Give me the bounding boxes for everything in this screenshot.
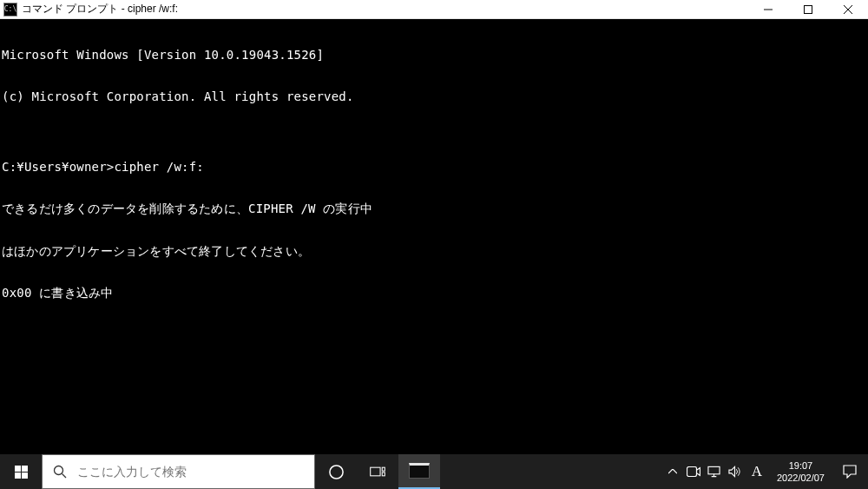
terminal-prompt-line: C:¥Users¥owner>cipher /w:f: — [2, 160, 866, 174]
cmd-app-icon — [409, 463, 430, 479]
terminal-line: はほかのアプリケーションをすべて終了してください。 — [2, 244, 866, 258]
minimize-icon — [764, 5, 773, 14]
svg-rect-7 — [708, 466, 720, 473]
tray-overflow-button[interactable] — [662, 454, 683, 489]
terminal-line: 0x00 に書き込み中 — [2, 286, 866, 300]
svg-rect-3 — [371, 467, 380, 476]
taskbar: A 19:07 2022/02/07 — [0, 454, 868, 489]
task-view-button[interactable] — [357, 454, 398, 489]
tray-meet-now[interactable] — [683, 454, 704, 489]
svg-rect-6 — [687, 467, 696, 477]
start-button[interactable] — [0, 454, 42, 489]
taskbar-app-cmd[interactable] — [398, 454, 440, 489]
svg-point-1 — [55, 466, 63, 475]
minimize-button[interactable] — [748, 0, 788, 18]
close-button[interactable] — [828, 0, 868, 18]
close-icon — [844, 5, 852, 14]
taskbar-search[interactable] — [42, 454, 315, 489]
cmd-titlebar-icon: C:\ — [3, 3, 17, 17]
chevron-up-icon — [668, 469, 677, 474]
window: C:\ コマンド プロンプト - cipher /w:f: Microsoft … — [0, 0, 868, 489]
terminal-line: Microsoft Windows [Version 10.0.19043.15… — [2, 48, 866, 62]
system-tray: A — [661, 454, 770, 489]
svg-rect-4 — [382, 467, 385, 471]
tray-ime-mode[interactable]: A — [746, 454, 768, 489]
clock-time: 19:07 — [789, 459, 813, 472]
window-controls — [748, 0, 868, 18]
tray-network[interactable] — [704, 454, 725, 489]
network-icon — [707, 466, 720, 478]
search-icon — [43, 465, 77, 479]
windows-logo-icon — [15, 466, 28, 479]
cortana-icon — [328, 464, 345, 480]
task-view-icon — [370, 466, 385, 478]
taskbar-spacer — [440, 454, 661, 489]
svg-point-2 — [329, 465, 342, 478]
taskbar-clock[interactable]: 19:07 2022/02/07 — [770, 454, 832, 489]
svg-rect-0 — [805, 5, 812, 13]
terminal-line: (c) Microsoft Corporation. All rights re… — [2, 89, 866, 103]
camera-icon — [687, 466, 700, 477]
maximize-icon — [804, 5, 812, 14]
window-title: コマンド プロンプト - cipher /w:f: — [22, 2, 748, 17]
search-input[interactable] — [77, 465, 314, 479]
clock-date: 2022/02/07 — [777, 472, 825, 484]
tray-volume[interactable] — [725, 454, 746, 489]
notification-icon — [843, 465, 857, 479]
terminal-output[interactable]: Microsoft Windows [Version 10.0.19043.15… — [0, 19, 868, 454]
svg-rect-5 — [382, 472, 385, 476]
action-center-button[interactable] — [832, 454, 868, 489]
speaker-icon — [728, 466, 741, 478]
cortana-button[interactable] — [315, 454, 357, 489]
terminal-line: できるだけ多くのデータを削除するために、CIPHER /W の実行中 — [2, 202, 866, 215]
titlebar[interactable]: C:\ コマンド プロンプト - cipher /w:f: — [0, 0, 868, 19]
maximize-button[interactable] — [788, 0, 828, 18]
